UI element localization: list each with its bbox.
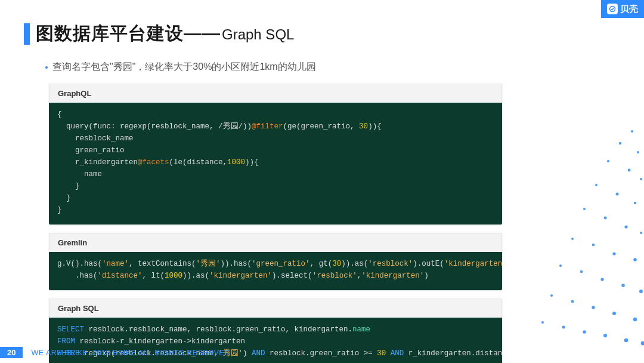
bullet-text: 查询名字包含"秀园"，绿化率大于30%的小区附近1km的幼儿园 [52, 61, 316, 73]
svg-point-21 [621, 284, 625, 287]
svg-point-6 [640, 178, 642, 180]
svg-point-15 [592, 244, 595, 247]
svg-point-18 [559, 264, 562, 267]
slide-title: 图数据库平台建设—— Graph SQL [24, 21, 294, 46]
title-main: 图数据库平台建设—— [36, 21, 221, 46]
svg-point-11 [604, 217, 607, 220]
svg-point-20 [600, 278, 603, 281]
svg-point-10 [583, 208, 586, 210]
svg-point-5 [628, 169, 631, 172]
panel-header-graphql: GraphQL [49, 84, 502, 103]
bullet-item: 查询名字包含"秀园"，绿化率大于30%的小区附近1km的幼儿园 [45, 61, 316, 73]
svg-point-2 [619, 142, 621, 144]
panel-header-graphsql: Graph SQL [49, 299, 502, 318]
brand-logo: 贝壳 [601, 0, 644, 18]
decorative-dots [525, 119, 644, 346]
bullet-icon [45, 66, 48, 69]
footer-text: WE ARE BEIKE, 2018 BEIKE ALL RIGHTS RESE… [31, 349, 230, 357]
svg-point-1 [631, 130, 633, 133]
panel-header-gremlin: Gremlin [49, 233, 502, 252]
slide-footer: 20 WE ARE BEIKE, 2018 BEIKE ALL RIGHTS R… [0, 347, 230, 358]
svg-point-33 [641, 342, 644, 346]
svg-point-31 [603, 334, 607, 337]
title-sub: Graph SQL [222, 26, 294, 43]
svg-point-4 [607, 160, 609, 162]
svg-point-22 [639, 290, 643, 293]
svg-point-25 [592, 306, 595, 309]
svg-point-29 [562, 326, 565, 329]
svg-point-28 [541, 321, 544, 324]
code-panels: GraphQL { query(func: regexp(resblock_na… [49, 84, 502, 363]
svg-point-27 [633, 318, 637, 321]
title-accent-bar [24, 23, 30, 45]
svg-point-32 [624, 339, 628, 343]
svg-point-26 [612, 312, 616, 315]
svg-point-24 [571, 300, 574, 303]
svg-point-3 [637, 151, 639, 153]
svg-point-19 [580, 270, 583, 273]
svg-point-9 [634, 202, 636, 204]
svg-point-13 [640, 232, 642, 234]
panel-gremlin: Gremlin g.V().has('name', textContains('… [49, 233, 502, 290]
svg-point-16 [612, 252, 615, 255]
svg-point-14 [571, 238, 574, 240]
panel-graphql: GraphQL { query(func: regexp(resblock_na… [49, 84, 502, 224]
code-block-graphql: { query(func: regexp(resblock_name, /秀园/… [49, 103, 502, 224]
page-number: 20 [0, 347, 23, 358]
svg-point-23 [550, 294, 553, 297]
svg-point-12 [624, 225, 627, 228]
logo-text: 贝壳 [620, 4, 638, 15]
logo-icon [607, 4, 618, 14]
svg-point-7 [595, 184, 597, 186]
svg-point-30 [583, 330, 586, 334]
svg-point-17 [633, 258, 637, 262]
svg-point-8 [616, 193, 619, 196]
code-block-gremlin: g.V().has('name', textContains('秀园')).ha… [49, 252, 502, 290]
